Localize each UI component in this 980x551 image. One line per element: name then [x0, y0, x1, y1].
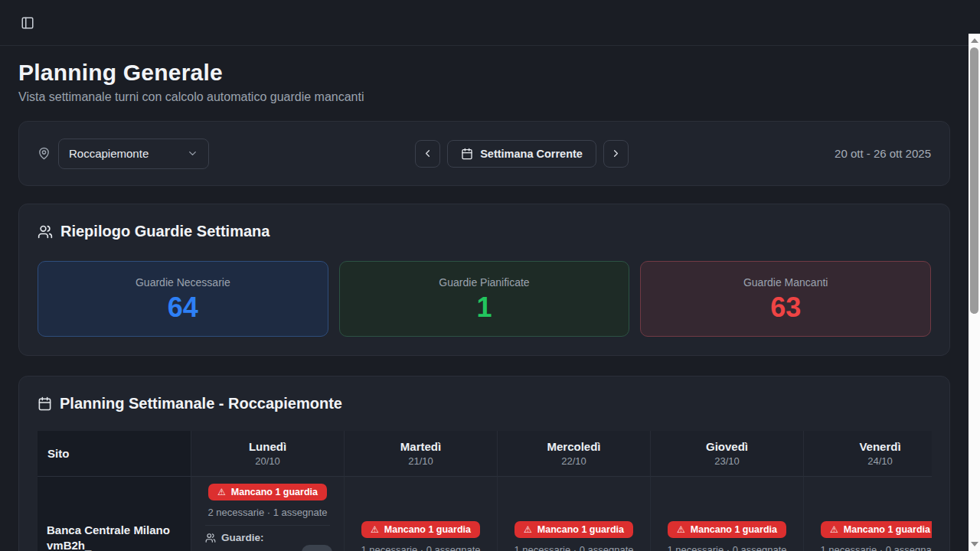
warning-icon: ⚠ [524, 525, 532, 534]
summary-title: Riepilogo Guardie Settimana [60, 223, 270, 240]
cell-detail: 1 necessarie · 0 assegnate [514, 544, 633, 551]
chevron-left-icon [422, 148, 433, 159]
missing-guard-badge: ⚠ Mancano 1 guardia [668, 521, 786, 538]
stat-guardie-necessarie: Guardie Necessarie 64 [38, 261, 328, 337]
column-header-day: Lunedì 20/10 [191, 431, 345, 477]
column-header-day: Martedì 21/10 [345, 431, 498, 477]
scrollbar-thumb[interactable] [970, 47, 978, 314]
summary-title-row: Riepilogo Guardie Settimana [38, 223, 931, 240]
stat-label: Guardie Necessarie [136, 276, 230, 289]
planning-title-row: Planning Settimanale - Roccapiemonte [38, 395, 931, 412]
missing-guard-badge: ⚠ Mancano 1 guardia [361, 521, 480, 538]
map-pin-icon [38, 147, 51, 160]
missing-guard-badge-label: Mancano 1 guardia [384, 524, 471, 535]
site-name-cell: Banca Centrale Milano vmB2h_ [38, 477, 191, 551]
toolbar-card: Roccapiemonte [18, 121, 950, 186]
warning-icon: ⚠ [677, 525, 685, 534]
current-week-button[interactable]: Settimana Corrente [447, 140, 596, 168]
warning-icon: ⚠ [371, 525, 379, 534]
missing-guard-badge-label: Mancano 1 guardia [231, 487, 318, 497]
stat-guardie-mancanti: Guardie Mancanti 63 [640, 261, 931, 337]
planning-table: Sito Lunedì 20/10 Martedì 21/10 Mercoled… [38, 431, 932, 551]
column-header-day: Mercoledì 22/10 [498, 431, 651, 477]
plan-cell-thursday: ⚠ Mancano 1 guardia 1 necessarie · 0 ass… [651, 477, 804, 551]
location-group: Roccapiemonte [38, 139, 209, 169]
stat-guardie-pianificate: Guardie Pianificate 1 [339, 261, 630, 337]
missing-guard-badge: ⚠ Mancano 1 guardia [208, 484, 327, 500]
summary-card: Riepilogo Guardie Settimana Guardie Nece… [18, 204, 950, 356]
topbar [0, 0, 980, 46]
guards-row: Guardie: [198, 532, 338, 543]
scroll-down-arrow[interactable] [971, 542, 978, 546]
calendar-icon [38, 396, 52, 411]
stat-label: Guardie Mancanti [743, 276, 828, 289]
page-title: Planning Generale [18, 60, 950, 86]
plan-cell-wednesday: ⚠ Mancano 1 guardia 1 necessarie · 0 ass… [498, 477, 651, 551]
cell-detail: 1 necessarie · 0 assegnate [361, 544, 480, 551]
guard-chip-row [198, 545, 338, 551]
cell-divider [205, 525, 330, 526]
guards-label: Guardie: [221, 532, 264, 543]
stat-value: 63 [770, 293, 801, 322]
column-header-day: Giovedì 23/10 [651, 431, 804, 477]
plan-cell-monday: ⚠ Mancano 1 guardia 2 necessarie · 1 ass… [191, 477, 345, 551]
cell-detail: 1 necessarie · 0 assegnate [820, 544, 932, 551]
chevron-right-icon [610, 148, 622, 159]
sidebar-toggle-button[interactable] [17, 12, 38, 34]
users-icon [38, 224, 53, 240]
next-week-button[interactable] [603, 140, 629, 168]
panel-left-icon [21, 16, 34, 30]
previous-week-button[interactable] [415, 140, 440, 168]
main-content: Planning Generale Vista settimanale turn… [0, 46, 969, 551]
date-range-label: 20 ott - 26 ott 2025 [835, 147, 931, 160]
stat-label: Guardie Pianificate [439, 276, 529, 289]
plan-cell-tuesday: ⚠ Mancano 1 guardia 1 necessarie · 0 ass… [345, 477, 498, 551]
current-week-button-label: Settimana Corrente [480, 148, 583, 160]
cell-detail: 2 necessarie · 1 assegnate [207, 507, 327, 518]
calendar-icon [461, 148, 473, 160]
warning-icon: ⚠ [830, 525, 838, 534]
chevron-down-icon [187, 148, 198, 159]
location-select-value: Roccapiemonte [69, 147, 149, 160]
week-nav-group: Settimana Corrente [415, 140, 629, 168]
missing-guard-badge-label: Mancano 1 guardia [844, 524, 930, 535]
planning-grid: Sito Lunedì 20/10 Martedì 21/10 Mercoled… [38, 431, 932, 551]
stat-value: 64 [168, 293, 198, 322]
warning-icon: ⚠ [217, 487, 226, 497]
column-header-day: Venerdì 24/10 [804, 431, 932, 477]
missing-guard-badge: ⚠ Mancano 1 guardia [821, 521, 932, 538]
cell-detail: 1 necessarie · 0 assegnate [667, 544, 786, 551]
planning-title: Planning Settimanale - Roccapiemonte [60, 395, 342, 412]
stat-value: 1 [476, 293, 492, 322]
missing-guard-badge: ⚠ Mancano 1 guardia [514, 521, 633, 538]
location-select[interactable]: Roccapiemonte [58, 139, 209, 169]
planning-card: Planning Settimanale - Roccapiemonte Sit… [18, 376, 950, 551]
guard-chip[interactable] [302, 545, 332, 551]
missing-guard-badge-label: Mancano 1 guardia [537, 524, 624, 535]
missing-guard-badge-label: Mancano 1 guardia [691, 524, 777, 535]
stats-row: Guardie Necessarie 64 Guardie Pianificat… [38, 261, 931, 337]
column-header-sito: Sito [38, 431, 191, 477]
plan-cell-friday: ⚠ Mancano 1 guardia 1 necessarie · 0 ass… [804, 477, 932, 551]
scroll-up-arrow[interactable] [971, 38, 978, 43]
page-subtitle: Vista settimanale turni con calcolo auto… [18, 90, 950, 104]
vertical-scrollbar[interactable] [969, 34, 980, 551]
users-icon [205, 533, 216, 543]
site-name: Banca Centrale Milano vmB2h_ [47, 523, 181, 551]
